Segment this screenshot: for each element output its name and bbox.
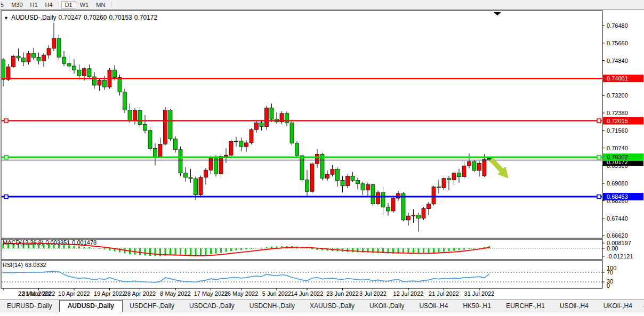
chart-tab-eurchf-h1[interactable]: EURCHF-,H1	[499, 301, 552, 312]
date-axis-label: 19 Apr 2022	[94, 290, 125, 297]
chart-tab-usoil-h4[interactable]: USOil-,H4	[553, 301, 595, 312]
rsi-title: RSI(14)	[3, 262, 23, 268]
svg-text:0.74001: 0.74001	[607, 75, 628, 82]
rsi-level-label: 70	[607, 269, 613, 276]
rsi-level-label: 0	[607, 282, 610, 289]
price-axis-tick: 0.74840	[607, 58, 628, 64]
price-axis-tick: 0.67440	[607, 215, 628, 222]
chart-shift-triangle-icon[interactable]	[494, 12, 501, 15]
chart-tab-usdcad-daily[interactable]: USDCAD-,Daily	[182, 301, 241, 312]
chart-tab-usoil-h4[interactable]: USOil-,H4	[412, 301, 455, 312]
ohlc-open: 0.70247	[59, 14, 82, 21]
svg-text:0.70302: 0.70302	[607, 154, 628, 160]
price-axis-tick: 0.72380	[607, 110, 628, 116]
rsi-indicator-label: RSI(14)63.0332	[3, 262, 49, 268]
macd-title: MACD(12,26,9)	[3, 239, 43, 246]
chart-tab-ukoil-daily[interactable]: UKOil-,Daily	[363, 301, 411, 312]
rsi-line	[3, 271, 489, 282]
date-axis-label: 26 May 2022	[224, 290, 259, 297]
price-axis-tick: 0.76480	[607, 22, 628, 29]
candlestick-series	[2, 23, 492, 232]
date-axis-label: 31 Jul 2022	[464, 290, 495, 297]
date-axis-label: 14 Jun 2022	[291, 290, 324, 297]
date-axis-label: 21 Jul 2022	[429, 290, 459, 297]
ohlc-low: 0.70153	[109, 14, 132, 21]
svg-text:0.68453: 0.68453	[607, 193, 628, 200]
collapse-triangle-icon[interactable]: ▼	[4, 15, 9, 21]
chart-tab-ukoil-h4[interactable]: UKOil-,H4	[597, 301, 639, 312]
date-axis-label: 12 Jul 2022	[393, 290, 424, 297]
price-axis-tick: 0.71560	[607, 127, 628, 134]
ohlc-close: 0.70172	[134, 14, 157, 21]
chart-tab-bar: EURUSD-,DailyAUDUSD-,DailyUSDCHF-,DailyU…	[0, 299, 644, 312]
window-bottom-strip	[0, 312, 644, 316]
chart-tab-eurusd-daily[interactable]: EURUSD-,Daily	[0, 301, 59, 312]
svg-text:0.72015: 0.72015	[607, 118, 628, 124]
price-axis-tick: 0.75660	[607, 40, 628, 46]
rsi-panel	[2, 271, 602, 282]
rsi-value: 63.0332	[25, 262, 46, 268]
ohlc-high: 0.70260	[84, 14, 107, 21]
date-axis-label: 28 Apr 2022	[124, 290, 156, 297]
sell-direction-arrow-annotation[interactable]	[489, 158, 508, 178]
macd-signal-value: 0.001478	[72, 239, 96, 246]
price-axis-tick: 0.73200	[607, 92, 628, 99]
price-axis-tick: 0.69080	[607, 180, 628, 187]
resistance-line-2-handle[interactable]	[597, 119, 601, 123]
macd-scale-label: -0.012121	[607, 253, 633, 260]
support-line-blue-handle[interactable]	[597, 195, 601, 199]
chart-canvas[interactable]: 0.764800.756600.748400.732000.723800.715…	[0, 0, 644, 299]
chart-header: ▼AUDUSD-,Daily0.702470.702600.701530.701…	[4, 14, 159, 21]
date-axis-label: 8 May 2022	[160, 290, 190, 297]
macd-main-value: 0.003351	[45, 239, 70, 246]
macd-scale-label: 0.00	[607, 245, 618, 252]
chart-tab-audusd-daily[interactable]: AUDUSD-,Daily	[59, 300, 123, 312]
chart-tab-hk50-h1[interactable]: HK50-,H1	[456, 301, 498, 312]
symbol-label: AUDUSD-,Daily	[11, 14, 57, 21]
date-axis-label: 5 Jun 2022	[262, 290, 291, 297]
chart-tab-xauusd-daily[interactable]: XAUUSD-,Daily	[303, 301, 361, 312]
date-axis-label: 23 Jun 2022	[326, 290, 359, 297]
chart-tab-usdcnh-daily[interactable]: USDCNH-,Daily	[243, 301, 302, 312]
support-line-blue-handle[interactable]	[4, 195, 8, 199]
chart-tab-usdchf-daily[interactable]: USDCHF-,Daily	[123, 301, 181, 312]
terminal-window: 5M30H1H4D1W1MN ▼AUDUSD-,Daily0.702470.70…	[0, 0, 644, 316]
date-axis-label: 10 Apr 2022	[58, 290, 90, 297]
date-axis-label: 3 Jul 2022	[359, 290, 387, 297]
support-line-green-handle[interactable]	[4, 156, 8, 159]
support-line-green-handle[interactable]	[597, 156, 601, 159]
macd-indicator-label: MACD(12,26,9)0.0033510.001478	[3, 239, 99, 246]
date-axis-label: 31 Mar 2022	[22, 290, 55, 297]
date-axis-label: 17 May 2022	[194, 290, 228, 297]
resistance-line-2-handle[interactable]	[4, 119, 8, 123]
price-axis-tick: 0.66620	[607, 232, 628, 239]
price-axis-tick: 0.70740	[607, 145, 628, 151]
